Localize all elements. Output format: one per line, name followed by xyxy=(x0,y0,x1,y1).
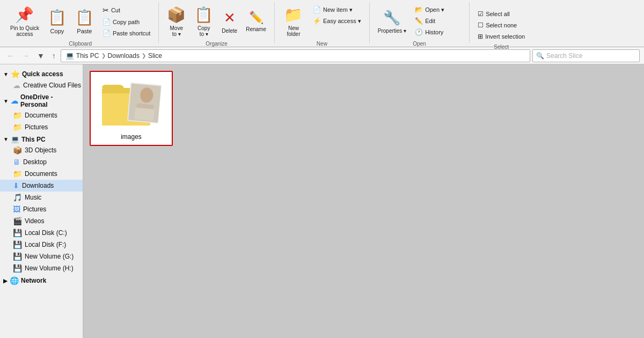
local-c-label: Local Disk (C:) xyxy=(25,229,67,237)
sidebar-item-creative-cloud[interactable]: ☁ Creative Cloud Files M xyxy=(0,79,83,91)
invert-icon: ⊞ xyxy=(478,33,483,40)
pin-quick-access-button[interactable]: 📌 Pin to Quick access xyxy=(6,4,43,39)
history-icon: 🕐 xyxy=(415,28,423,36)
invert-selection-button[interactable]: ⊞ Invert selection xyxy=(474,31,529,42)
sidebar-item-3d-objects[interactable]: 📦 3D Objects xyxy=(0,144,83,156)
forward-button[interactable]: → xyxy=(19,50,32,62)
cut-button[interactable]: ✂ Cut xyxy=(99,4,154,16)
select-none-button[interactable]: ☐ Select none xyxy=(474,20,529,31)
ribbon-group-open: 🔧 Properties ▾ 📂 Open ▾ ✏️ Edit 🕐 Histor… xyxy=(370,2,470,43)
copy-icon: 📋 xyxy=(48,9,67,26)
this-pc-expand-icon: ▼ xyxy=(3,136,9,142)
svg-rect-6 xyxy=(134,108,155,121)
edit-button[interactable]: ✏️ Edit xyxy=(411,16,465,26)
sidebar-item-local-f[interactable]: 💾 Local Disk (F:) xyxy=(0,239,83,251)
rename-label: Rename xyxy=(246,26,266,32)
pictures2-icon: 🖼 xyxy=(13,205,20,214)
desktop-label: Desktop xyxy=(23,158,47,166)
delete-button[interactable]: ✕ Delete xyxy=(218,4,241,39)
move-to-button[interactable]: 📦 Move to ▾ xyxy=(163,4,189,39)
history-button[interactable]: 🕐 History xyxy=(411,27,465,38)
ribbon-group-clipboard: 📌 Pin to Quick access 📋 Copy 📋 Paste ✂ C… xyxy=(2,2,159,43)
sidebar-item-pictures2[interactable]: 🖼 Pictures xyxy=(0,203,83,215)
select-all-icon: ☑ xyxy=(478,10,484,18)
sidebar-item-documents2[interactable]: 📁 Documents xyxy=(0,168,83,180)
sidebar-item-music[interactable]: 🎵 Music xyxy=(0,192,83,203)
sep2: ❯ xyxy=(142,53,146,58)
paste-shortcut-icon: 📄 xyxy=(103,30,111,37)
back-button[interactable]: ← xyxy=(4,50,17,62)
sidebar-quick-access-header[interactable]: ▼ ⭐ Quick access xyxy=(0,68,83,79)
creative-cloud-label: Creative Cloud Files M xyxy=(23,82,83,89)
open-label: Open xyxy=(413,39,426,47)
network-icon: 🌐 xyxy=(10,276,19,285)
edit-icon: ✏️ xyxy=(415,17,423,25)
sidebar-item-pictures[interactable]: 📁 Pictures xyxy=(0,121,83,133)
paste-label: Paste xyxy=(77,28,92,34)
documents2-icon: 📁 xyxy=(13,170,22,178)
move-icon: 📦 xyxy=(167,6,186,24)
new-h-label: New Volume (H:) xyxy=(25,264,74,272)
new-item-label: New item ▾ xyxy=(323,6,353,13)
sidebar-network-header[interactable]: ▶ 🌐 Network xyxy=(0,274,83,286)
sidebar-onedrive-header[interactable]: ▼ ☁ OneDrive - Personal xyxy=(0,91,83,109)
sidebar-item-desktop[interactable]: 🖥 Desktop xyxy=(0,156,83,168)
new-folder-button[interactable]: 📁 New folder xyxy=(279,4,308,39)
ribbon-organize-items: 📦 Move to ▾ 📋 Copy to ▾ ✕ Delete ✏️ Rena… xyxy=(163,4,270,39)
folder-item-images[interactable]: images xyxy=(90,71,173,146)
recent-locations-button[interactable]: ▼ xyxy=(34,50,47,62)
paste-shortcut-label: Paste shortcut xyxy=(113,30,150,36)
ribbon-clipboard-items: 📌 Pin to Quick access 📋 Copy 📋 Paste ✂ C… xyxy=(6,4,154,39)
rename-button[interactable]: ✏️ Rename xyxy=(242,4,270,39)
this-pc-label: This PC xyxy=(21,136,46,143)
copy-path-button[interactable]: 📄 Copy path xyxy=(99,17,154,27)
downloads-icon: ⬇ xyxy=(13,181,19,190)
up-button[interactable]: ↑ xyxy=(49,50,58,62)
copy-button[interactable]: 📋 Copy xyxy=(44,4,70,39)
onedrive-label: OneDrive - Personal xyxy=(20,93,78,108)
pictures-label: Pictures xyxy=(25,123,48,131)
new-item-button[interactable]: 📄 New item ▾ xyxy=(309,4,365,15)
easy-access-button[interactable]: ⚡ Easy access ▾ xyxy=(309,16,365,26)
network-expand-icon: ▶ xyxy=(3,278,8,284)
sidebar-item-local-c[interactable]: 💾 Local Disk (C:) xyxy=(0,227,83,239)
new-folder-icon: 📁 xyxy=(284,6,303,24)
paste-shortcut-button[interactable]: 📄 Paste shortcut xyxy=(99,28,154,39)
paste-button[interactable]: 📋 Paste xyxy=(71,4,98,39)
sidebar-this-pc-header[interactable]: ▼ 💻 This PC xyxy=(0,133,83,144)
sidebar-item-documents[interactable]: 📁 Documents xyxy=(0,109,83,121)
sidebar-item-videos[interactable]: 🎬 Videos xyxy=(0,215,83,227)
select-none-icon: ☐ xyxy=(478,21,484,29)
properties-button[interactable]: 🔧 Properties ▾ xyxy=(374,4,410,39)
new-g-icon: 💾 xyxy=(13,252,22,261)
select-all-button[interactable]: ☑ Select all xyxy=(474,9,529,19)
rename-icon: ✏️ xyxy=(249,11,264,25)
copy-path-icon: 📄 xyxy=(103,18,111,26)
pin-icon: 📌 xyxy=(15,6,34,24)
ribbon-select-items: ☑ Select all ☐ Select none ⊞ Invert sele… xyxy=(474,4,529,42)
content-area[interactable]: images xyxy=(83,64,644,338)
ribbon-open-items: 🔧 Properties ▾ 📂 Open ▾ ✏️ Edit 🕐 Histor… xyxy=(374,4,465,39)
select-small-group: ☑ Select all ☐ Select none ⊞ Invert sele… xyxy=(474,4,529,42)
address-box[interactable]: 💻 This PC ❯ Downloads ❯ Slice xyxy=(61,49,530,62)
sidebar-item-new-g[interactable]: 💾 New Volume (G:) xyxy=(0,251,83,262)
copy-to-button[interactable]: 📋 Copy to ▾ xyxy=(191,4,217,39)
ribbon: 📌 Pin to Quick access 📋 Copy 📋 Paste ✂ C… xyxy=(0,0,644,47)
select-none-label: Select none xyxy=(486,22,517,28)
clipboard-small-group: ✂ Cut 📄 Copy path 📄 Paste shortcut xyxy=(99,4,154,39)
breadcrumb-this-pc: This PC xyxy=(76,52,99,60)
new-small-group: 📄 New item ▾ ⚡ Easy access ▾ xyxy=(309,4,365,26)
videos-label: Videos xyxy=(25,217,44,225)
sidebar-item-downloads[interactable]: ⬇ Downloads xyxy=(0,180,83,192)
documents-label: Documents xyxy=(25,112,57,119)
ribbon-group-select: ☑ Select all ☐ Select none ⊞ Invert sele… xyxy=(470,2,533,43)
sidebar-item-new-h[interactable]: 💾 New Volume (H:) xyxy=(0,262,83,274)
open-small-group: 📂 Open ▾ ✏️ Edit 🕐 History xyxy=(411,4,465,38)
3d-objects-label: 3D Objects xyxy=(25,146,56,154)
delete-label: Delete xyxy=(222,28,237,34)
open-button[interactable]: 📂 Open ▾ xyxy=(411,4,465,15)
search-box[interactable]: 🔍 Search Slice xyxy=(532,49,640,62)
cut-icon: ✂ xyxy=(103,6,109,14)
local-c-icon: 💾 xyxy=(13,229,22,237)
folder-svg xyxy=(99,76,164,130)
